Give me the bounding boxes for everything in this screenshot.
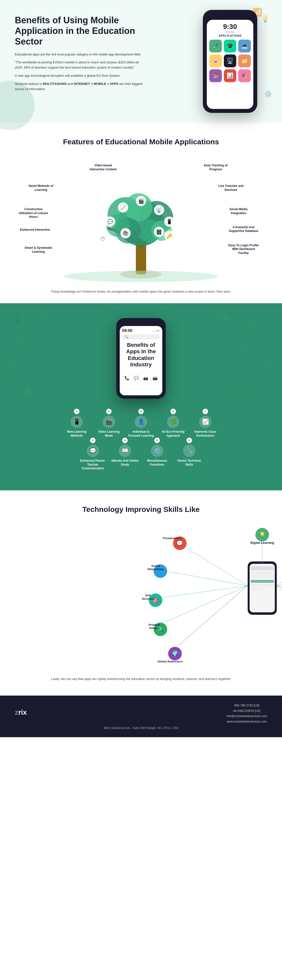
benefit-title-8: Miscellaneous Functions (143, 459, 171, 467)
hero-para-3: A new age technological disruption will … (15, 73, 144, 78)
benefit-title-1: New Learning Methods (63, 430, 91, 438)
svg-line-52 (177, 585, 248, 646)
hero-para-2: "The worldwide eLearning EdTech market i… (15, 60, 144, 70)
benefit-item-6: 6 🌿 An Eco-Friendly Approach (157, 409, 189, 438)
svg-text:📱: 📱 (166, 219, 173, 224)
benefit-title-7: Improves Class Performance (191, 430, 219, 438)
app-icon-4: 🐷 (209, 54, 222, 67)
svg-text:📚: 📚 (123, 231, 128, 236)
svg-rect-44 (250, 575, 274, 578)
hero-text-block: Benefits of Using Mobile Application in … (15, 10, 144, 95)
svg-text:Self-: Self- (145, 593, 152, 597)
app-icon-9: 🎭 (238, 69, 251, 82)
benefits-phone-wrap: 09:00 ☁️ 19° 🔍 Benefits of Apps In the E… (0, 318, 282, 399)
benefit-item-5: 5 👤 Individual & Focused Learning (125, 409, 157, 438)
app-icon-1: 🖌️ (209, 40, 222, 52)
benefit-item-2: 2 💬 Enhanced Parent-Teacher Communicatio… (77, 438, 109, 471)
svg-point-28 (64, 271, 218, 282)
app-icon-7: 📚 (209, 69, 222, 82)
benefit-icon-6: 🌿 (167, 415, 179, 428)
benefit-title-4: eBooks And Online Study (111, 459, 139, 467)
phone-time: 9:30 (209, 23, 251, 31)
feature-label-1: Video-based Interactive Content (87, 164, 119, 171)
logo-rix: rix (18, 708, 27, 716)
benefits-phone-bottom-nav: 📞 💬 📷 📸 (122, 373, 160, 383)
phone-nav-msg-icon: 💬 (134, 376, 139, 380)
feature-label-5: Constructive Utilization of Leisure Hour… (17, 207, 49, 219)
features-caption: Today knowledge isn't limited to books, … (15, 290, 267, 293)
bulb-deco-icon: 💡 (261, 15, 269, 23)
phone-nav-phone-icon: 📞 (124, 376, 129, 380)
benefits-phone-time: 09:00 (122, 328, 132, 333)
svg-text:🎬: 🎬 (138, 198, 144, 204)
footer-contact-email: info@cmswebsiteservices.com (227, 714, 267, 719)
footer-contact-website: www.cmswebsiteservices.com (227, 719, 267, 725)
tree-svg: 🎬 📈 📡 💬 📱 📚 🗄️ ⏱️ 🔑 (15, 156, 267, 285)
svg-text:Direction: Direction (142, 597, 155, 600)
logo-z: z (15, 708, 18, 716)
benefit-num-4: 4 (122, 438, 128, 443)
svg-line-51 (165, 585, 248, 622)
feature-label-7: Enhanced Interaction (20, 228, 50, 232)
technology-caption: Lastly, we can say that apps are rightly… (20, 677, 262, 681)
phone-label: APPLICATIONS (209, 34, 251, 37)
svg-text:🔑: 🔑 (166, 233, 173, 239)
svg-line-54 (277, 571, 282, 585)
svg-line-57 (277, 585, 282, 646)
svg-rect-47 (250, 588, 265, 590)
benefit-num-7: 7 (203, 409, 208, 414)
benefit-icon-4: 📖 (119, 445, 131, 457)
benefit-icon-2: 💬 (87, 445, 99, 457)
footer-logo-block: zrix (15, 708, 27, 719)
footer: zrix 800-796-2735 [US] 44-2081229533 [UK… (0, 695, 282, 737)
svg-text:Networking: Networking (148, 567, 163, 571)
svg-text:💡: 💡 (259, 532, 266, 538)
svg-line-48 (185, 547, 248, 585)
benefit-num-3: 3 (106, 409, 112, 414)
svg-line-50 (160, 585, 248, 598)
skills-container: 💡 💬 🤝 🌐 📅 🎯 🎧 🔍 ✉️ (20, 523, 262, 672)
hero-section: Benefits of Using Mobile Application in … (0, 0, 282, 123)
hero-body: Educational apps are the 3rd most popula… (15, 52, 144, 92)
technology-title: Technology Improving Skills Like (20, 505, 262, 514)
benefit-item-8: 8 ⚙️ Miscellaneous Functions (141, 438, 173, 467)
benefit-title-5: Individual & Focused Learning (127, 430, 155, 438)
app-icon-2: 🎓 (224, 40, 236, 52)
tree-container: 🎬 📈 📡 💬 📱 📚 🗄️ ⏱️ 🔑 Video-based Interact… (15, 156, 267, 285)
footer-content: zrix 800-796-2735 [US] 44-2081229533 [UK… (15, 703, 267, 724)
benefits-phone-screen: 09:00 ☁️ 19° 🔍 Benefits of Apps In the E… (120, 326, 162, 395)
benefit-icon-1: 📱 (71, 415, 83, 428)
benefits-phone-searchbar: 🔍 (122, 334, 160, 339)
search-icon: 🔍 (125, 335, 128, 339)
svg-text:Global Awareness: Global Awareness (158, 660, 183, 663)
feature-label-6: Social Media Integration (222, 207, 255, 215)
benefit-icon-5: 👤 (135, 415, 147, 428)
feature-label-8: A Powerful And Supportive Database (227, 226, 260, 233)
weather-text: 19° (156, 329, 160, 332)
svg-text:💬: 💬 (107, 219, 113, 224)
footer-logo: zrix (15, 708, 27, 716)
footer-address: 4801 Glenwood Ave., Suite 200 Raleigh, N… (15, 726, 267, 730)
benefit-icon-7: 📈 (199, 415, 211, 428)
features-title: Features of Educational Mobile Applicati… (15, 138, 267, 146)
benefits-phone-title: Benefits of Apps In the Education Indust… (122, 342, 160, 368)
benefit-icon-9: 🔧 (183, 445, 195, 457)
svg-text:Digital Learning: Digital Learning (250, 541, 274, 544)
app-icon-8: 📊 (224, 69, 236, 82)
feature-label-9: Smart & Systematic Learning (22, 246, 55, 254)
svg-line-49 (165, 571, 248, 585)
cloud-icon: ☁️ (152, 329, 155, 332)
feature-label-2: Easy Tracking of Progress (200, 164, 232, 171)
svg-text:💬: 💬 (176, 540, 183, 547)
benefit-item-9: 9 🔧 Hones Technical Skills (173, 438, 205, 467)
phone-apps-grid: 🖌️ 🎓 💻 🐷 🖥️ 📁 📚 📊 🎭 (209, 40, 251, 82)
hero-para-1: Educational apps are the 3rd most popula… (15, 52, 144, 57)
app-icon-6: 📁 (238, 54, 251, 67)
benefits-phone-mockup: 09:00 ☁️ 19° 🔍 Benefits of Apps In the E… (116, 318, 166, 399)
footer-contact-us: 800-796-2735 [US] (227, 703, 267, 708)
footer-contact-block: 800-796-2735 [US] 44-2081229533 [UK] inf… (227, 703, 267, 724)
svg-line-56 (277, 585, 282, 622)
skills-svg: 💡 💬 🤝 🌐 📅 🎯 🎧 🔍 ✉️ (141, 523, 282, 672)
benefit-title-3: Video Learning Mode (95, 430, 123, 438)
svg-text:📡: 📡 (156, 207, 162, 213)
